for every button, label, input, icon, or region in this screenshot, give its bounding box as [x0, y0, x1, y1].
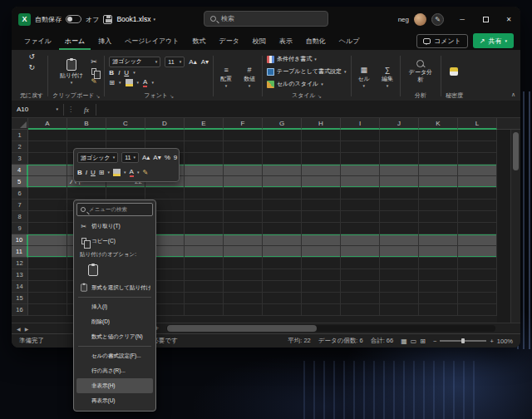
cell-styles-button[interactable]: セルのスタイル ▾	[267, 78, 347, 90]
cell-E15[interactable]	[185, 293, 224, 303]
cell-L8[interactable]	[458, 211, 497, 222]
cell-A2[interactable]	[28, 141, 67, 152]
cell-A12[interactable]	[28, 258, 67, 269]
redo-icon[interactable]: ↻	[28, 63, 35, 71]
cell-F11[interactable]	[224, 246, 263, 257]
cell-H16[interactable]	[302, 304, 341, 315]
zoom-slider-thumb[interactable]	[461, 338, 465, 343]
conditional-formatting-button[interactable]: 条件付き書式 ▾	[267, 53, 347, 65]
cell-A15[interactable]	[28, 293, 67, 303]
cell-L15[interactable]	[458, 293, 497, 303]
cells-group-button[interactable]: ▦ セル ▾	[352, 52, 376, 101]
fill-color-icon[interactable]	[113, 169, 121, 176]
horizontal-scrollbar-thumb[interactable]	[167, 325, 317, 332]
cell-I16[interactable]	[341, 304, 380, 315]
cell-L12[interactable]	[458, 258, 497, 269]
row-header-12[interactable]: 12	[12, 258, 28, 269]
page-layout-view-icon[interactable]: ▭	[411, 338, 417, 345]
cell-J15[interactable]	[380, 293, 419, 303]
italic-button[interactable]: I	[86, 169, 87, 176]
bold-button[interactable]: B	[109, 69, 114, 76]
context-menu-item-6[interactable]: 挿入(I)	[76, 299, 153, 314]
cell-H15[interactable]	[302, 293, 341, 303]
dialog-launcher-icon[interactable]: ↘	[318, 93, 322, 99]
cell-H14[interactable]	[302, 281, 341, 292]
cell-L16[interactable]	[458, 304, 497, 315]
borders-icon[interactable]: ⊞	[99, 169, 105, 176]
cell-E10[interactable]	[185, 234, 224, 245]
underline-button[interactable]: U	[91, 169, 96, 176]
cell-I1[interactable]	[341, 130, 380, 140]
save-icon[interactable]	[103, 15, 112, 24]
cell-G13[interactable]	[263, 269, 302, 280]
zoom-out-icon[interactable]: −	[433, 338, 436, 345]
cell-I12[interactable]	[341, 258, 380, 269]
name-box[interactable]: A10 ▾	[12, 106, 63, 113]
undo-icon[interactable]: ↺	[28, 52, 35, 61]
context-menu-item-11[interactable]: 行の高さ(R)...	[76, 363, 153, 378]
insert-function-icon[interactable]: fx	[77, 106, 96, 114]
cell-I3[interactable]	[341, 153, 380, 164]
cell-G14[interactable]	[263, 281, 302, 292]
cell-J5[interactable]	[380, 176, 419, 187]
cell-F15[interactable]	[224, 293, 263, 303]
cell-J11[interactable]	[380, 246, 419, 257]
ribbon-tab-3[interactable]: ページレイアウト	[119, 32, 185, 50]
cell-A1[interactable]	[28, 130, 67, 140]
cell-L11[interactable]	[458, 246, 497, 257]
cell-G8[interactable]	[263, 211, 302, 222]
cell-A7[interactable]	[28, 200, 67, 210]
cell-K6[interactable]	[419, 188, 458, 199]
cell-F10[interactable]	[224, 234, 263, 245]
cell-I4[interactable]	[341, 165, 380, 175]
cell-I14[interactable]	[341, 281, 380, 292]
column-header-D[interactable]: D	[145, 118, 185, 130]
ribbon-tab-0[interactable]: ファイル	[18, 32, 57, 50]
cell-I10[interactable]	[341, 234, 380, 245]
row-header-5[interactable]: 5	[12, 176, 28, 188]
maximize-button[interactable]	[474, 7, 497, 32]
context-menu-item-1[interactable]: コピー(C)	[76, 234, 153, 249]
cell-A11[interactable]	[28, 246, 67, 257]
format-as-table-button[interactable]: テーブルとして書式設定 ▾	[267, 66, 347, 77]
select-all-button[interactable]	[12, 118, 28, 130]
cell-G6[interactable]	[263, 188, 302, 199]
borders-icon[interactable]: ⊞	[109, 79, 115, 86]
cell-C1[interactable]	[106, 130, 145, 140]
column-header-I[interactable]: I	[341, 118, 380, 130]
cell-L9[interactable]	[458, 223, 497, 234]
cell-F5[interactable]	[224, 176, 263, 187]
cell-J14[interactable]	[380, 281, 419, 292]
comma-style-icon[interactable]: 9	[174, 154, 177, 161]
percent-style-icon[interactable]: %	[165, 154, 170, 161]
cell-K11[interactable]	[419, 246, 458, 257]
cell-E2[interactable]	[185, 141, 224, 152]
cell-E9[interactable]	[185, 223, 224, 234]
cell-F12[interactable]	[224, 258, 263, 269]
column-header-G[interactable]: G	[263, 118, 302, 130]
context-menu-item-8[interactable]: 数式と値のクリア(N)	[76, 329, 153, 344]
cell-I15[interactable]	[341, 293, 380, 303]
context-menu-item-7[interactable]: 削除(D)	[76, 314, 153, 329]
next-sheet-icon[interactable]: ▶	[25, 326, 29, 332]
cell-B6[interactable]	[67, 188, 106, 199]
column-header-E[interactable]: E	[185, 118, 224, 130]
cell-F16[interactable]	[224, 304, 263, 315]
cell-A5[interactable]	[28, 176, 67, 187]
dialog-launcher-icon[interactable]: ↘	[170, 93, 174, 99]
cell-K15[interactable]	[419, 293, 458, 303]
cell-C6[interactable]	[106, 188, 145, 199]
cell-L4[interactable]	[458, 165, 497, 175]
cell-E16[interactable]	[185, 304, 224, 315]
close-button[interactable]: ✕	[497, 7, 520, 32]
row-header-16[interactable]: 16	[12, 304, 28, 316]
cell-K7[interactable]	[419, 200, 458, 210]
cell-D1[interactable]	[145, 130, 185, 140]
cell-F6[interactable]	[224, 188, 263, 199]
cell-J3[interactable]	[380, 153, 419, 164]
share-button[interactable]: ↗ 共有 ▾	[473, 33, 514, 48]
dialog-launcher-icon[interactable]: ↘	[96, 93, 100, 99]
mini-font-name-select[interactable]: 游ゴシック ▾	[77, 152, 118, 163]
horizontal-scrollbar[interactable]	[166, 325, 495, 332]
cell-G7[interactable]	[263, 200, 302, 210]
